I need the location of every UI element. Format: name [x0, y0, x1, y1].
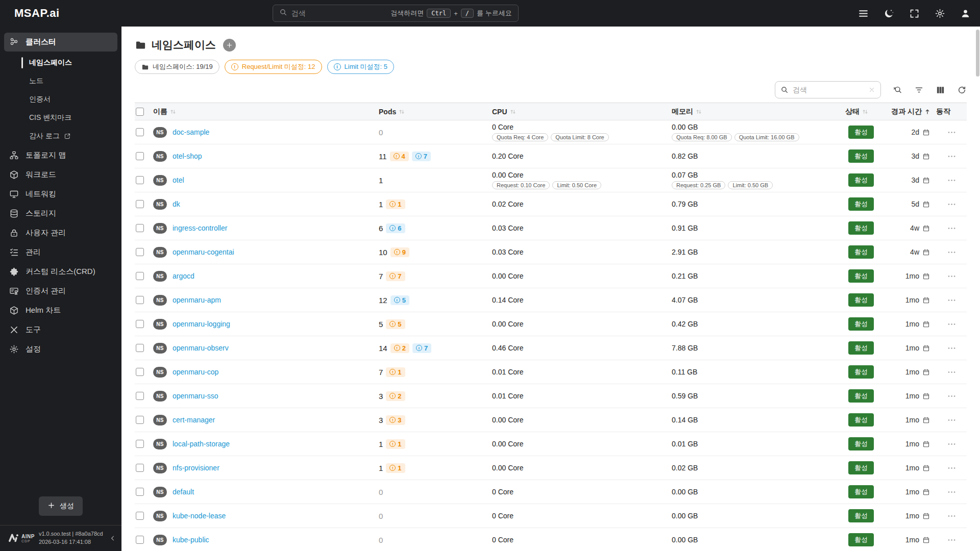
namespace-link[interactable]: argocd	[173, 272, 194, 280]
row-menu-icon[interactable]	[947, 535, 957, 545]
row-checkbox[interactable]	[136, 392, 144, 400]
row-checkbox[interactable]	[136, 512, 144, 520]
sidebar-item-management[interactable]: 관리	[0, 243, 121, 262]
row-menu-icon[interactable]	[947, 199, 957, 209]
row-checkbox[interactable]	[136, 200, 144, 208]
namespace-link[interactable]: doc-sample	[173, 128, 209, 136]
row-menu-icon[interactable]	[947, 343, 957, 353]
sidebar-item-user-management[interactable]: 사용자 관리	[0, 223, 121, 242]
summary-pill-warning[interactable]: !Request/Limit 미설정: 12	[225, 60, 322, 74]
namespace-link[interactable]: ingress-controller	[173, 224, 227, 232]
row-checkbox[interactable]	[136, 152, 144, 160]
sort-icon[interactable]	[862, 108, 869, 115]
namespace-link[interactable]: openmaru-cogentai	[173, 248, 234, 256]
settings-icon[interactable]	[935, 8, 945, 19]
sidebar-item-topology-map[interactable]: 토폴로지 맵	[0, 146, 121, 165]
summary-pill-neutral[interactable]: 네임스페이스: 19/19	[135, 60, 219, 74]
row-menu-icon[interactable]	[947, 247, 957, 257]
row-menu-icon[interactable]	[947, 319, 957, 329]
row-menu-icon[interactable]	[947, 415, 957, 425]
row-menu-icon[interactable]	[947, 391, 957, 401]
columns-icon[interactable]	[936, 85, 945, 95]
row-checkbox[interactable]	[136, 536, 144, 544]
sidebar-collapse-icon[interactable]	[109, 535, 116, 542]
row-checkbox[interactable]	[136, 368, 144, 376]
namespace-link[interactable]: kube-node-lease	[173, 512, 226, 520]
row-checkbox[interactable]	[136, 248, 144, 256]
scrollbar[interactable]	[976, 30, 979, 550]
sidebar-item-storage[interactable]: 스토리지	[0, 204, 121, 223]
sidebar-item-cluster[interactable]: 클러스터	[4, 33, 117, 52]
row-checkbox[interactable]	[136, 272, 144, 280]
row-menu-icon[interactable]	[947, 176, 957, 185]
create-button[interactable]: 생성	[39, 496, 83, 516]
sidebar-item-settings[interactable]: 설정	[0, 340, 121, 359]
global-search-input[interactable]	[291, 9, 387, 17]
namespace-link[interactable]: default	[173, 488, 194, 496]
sidebar-item-custom-resource-crd[interactable]: 커스텀 리소스(CRD)	[0, 262, 121, 281]
sort-asc-icon[interactable]	[924, 108, 931, 115]
row-checkbox[interactable]	[136, 488, 144, 496]
row-checkbox[interactable]	[136, 416, 144, 424]
sort-icon[interactable]	[169, 108, 177, 115]
add-namespace-button[interactable]	[223, 39, 236, 52]
select-all-checkbox[interactable]	[136, 108, 144, 116]
global-search[interactable]: 검색하려면 Ctrl + / 를 누르세요	[273, 5, 519, 22]
user-icon[interactable]	[960, 8, 971, 19]
sidebar-item-helm-chart[interactable]: Helm 차트	[0, 301, 121, 320]
namespace-link[interactable]: kube-public	[173, 536, 209, 544]
summary-pill-info[interactable]: iLimit 미설정: 5	[327, 60, 395, 74]
column-header-age[interactable]: 경과 시간	[891, 107, 936, 116]
scrollbar-thumb[interactable]	[976, 30, 979, 77]
sidebar-subitem-cis-benchmark[interactable]: CIS 벤치마크	[0, 109, 121, 127]
namespace-link[interactable]: otel	[173, 176, 184, 184]
row-menu-icon[interactable]	[947, 271, 957, 281]
menu-icon[interactable]	[858, 8, 869, 19]
row-menu-icon[interactable]	[947, 295, 957, 305]
row-menu-icon[interactable]	[947, 128, 957, 137]
sidebar-subitem-audit-log[interactable]: 감사 로그	[0, 127, 121, 145]
row-checkbox[interactable]	[136, 224, 144, 232]
column-header-name[interactable]: 이름	[153, 107, 379, 116]
row-menu-icon[interactable]	[947, 439, 957, 449]
sidebar-item-certificate-management[interactable]: 인증서 관리	[0, 282, 121, 300]
filter-icon[interactable]	[914, 85, 924, 95]
row-checkbox[interactable]	[136, 344, 144, 352]
clear-search-icon[interactable]	[868, 86, 875, 93]
column-header-cpu[interactable]: CPU	[492, 108, 672, 116]
namespace-link[interactable]: openmaru-observ	[173, 344, 229, 352]
namespace-link[interactable]: openmaru-apm	[173, 296, 221, 304]
row-checkbox[interactable]	[136, 320, 144, 328]
namespace-link[interactable]: openmaru-cop	[173, 368, 218, 376]
sidebar-subitem-node[interactable]: 노드	[0, 72, 121, 90]
refresh-icon[interactable]	[957, 85, 967, 95]
row-menu-icon[interactable]	[947, 511, 957, 521]
row-checkbox[interactable]	[136, 440, 144, 448]
row-menu-icon[interactable]	[947, 152, 957, 161]
sort-icon[interactable]	[398, 108, 405, 115]
table-search-input[interactable]	[793, 86, 864, 94]
row-menu-icon[interactable]	[947, 487, 957, 497]
column-header-pods[interactable]: Pods	[379, 108, 492, 116]
sort-icon[interactable]	[509, 108, 517, 115]
fullscreen-icon[interactable]	[909, 8, 920, 19]
sidebar-item-tools[interactable]: 도구	[0, 320, 121, 339]
column-header-status[interactable]: 상태	[845, 107, 891, 116]
sort-icon[interactable]	[695, 108, 702, 115]
row-menu-icon[interactable]	[947, 223, 957, 233]
advanced-search-icon[interactable]	[893, 85, 902, 95]
dark-mode-icon[interactable]	[884, 8, 894, 19]
namespace-link[interactable]: openmaru-sso	[173, 392, 218, 400]
row-checkbox[interactable]	[136, 176, 144, 184]
sidebar-item-networking[interactable]: 네트워킹	[0, 185, 121, 204]
namespace-link[interactable]: nfs-provisioner	[173, 464, 219, 472]
table-search[interactable]	[775, 81, 881, 98]
row-menu-icon[interactable]	[947, 463, 957, 473]
namespace-link[interactable]: openmaru-logging	[173, 320, 230, 328]
namespace-link[interactable]: otel-shop	[173, 152, 202, 160]
namespace-link[interactable]: dk	[173, 200, 180, 208]
row-menu-icon[interactable]	[947, 367, 957, 377]
sidebar-item-workload[interactable]: 워크로드	[0, 165, 121, 184]
namespace-link[interactable]: local-path-storage	[173, 440, 230, 448]
sidebar-subitem-namespace[interactable]: 네임스페이스	[0, 54, 121, 72]
